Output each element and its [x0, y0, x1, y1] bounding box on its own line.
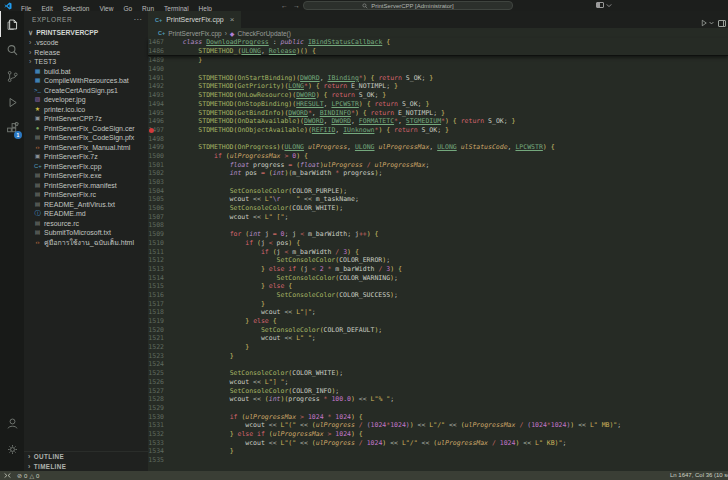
- file-item[interactable]: ▤SubmitToMicrosoft.txt: [24, 228, 148, 238]
- line-number[interactable]: 1517: [148, 300, 167, 309]
- layout-controls[interactable]: [596, 2, 612, 8]
- line-number[interactable]: 1531: [148, 421, 167, 430]
- line-number[interactable]: 1499: [148, 143, 167, 152]
- section-outline[interactable]: ›OUTLINE: [24, 452, 148, 462]
- file-item[interactable]: ★printer.ico.ico: [24, 105, 148, 115]
- command-center-search[interactable]: PrintServerCPP [Administrator]: [303, 1, 513, 10]
- line-number[interactable]: 1515: [148, 282, 167, 291]
- line-number[interactable]: 1529: [148, 404, 167, 413]
- line-number[interactable]: 1506: [148, 204, 167, 213]
- activity-extensions[interactable]: 1: [0, 115, 24, 141]
- line-number[interactable]: 1524: [148, 360, 167, 369]
- file-item[interactable]: >_CreateCertAndSign.ps1: [24, 86, 148, 96]
- file-item[interactable]: ▤PrintServerFix.exe: [24, 171, 148, 181]
- explorer-actions-icon[interactable]: ⋯: [133, 15, 142, 24]
- line-number[interactable]: 1514: [148, 274, 167, 283]
- line-number[interactable]: 1518: [148, 308, 167, 317]
- file-item[interactable]: ▤PrintServerFix.manifest: [24, 181, 148, 191]
- line-number[interactable]: 1490: [148, 65, 167, 74]
- line-number[interactable]: 1509: [148, 230, 167, 239]
- file-item[interactable]: ⓘREADME.md: [24, 209, 148, 219]
- file-item[interactable]: ‹›PrintServerFix_Manual.html: [24, 143, 148, 153]
- file-item[interactable]: ▨developer.jpg: [24, 95, 148, 105]
- line-number[interactable]: 1486: [148, 47, 167, 56]
- line-number[interactable]: 1519: [148, 317, 167, 326]
- code-area[interactable]: 1489 }14901491 STDMETHOD(OnStartBinding)…: [148, 56, 728, 464]
- problems-indicator[interactable]: ⊘ 0 △ 0: [17, 472, 39, 479]
- line-number[interactable]: 1493: [148, 91, 167, 100]
- line-number[interactable]: 1467: [148, 38, 167, 47]
- split-editor-icon[interactable]: [718, 20, 726, 27]
- file-item[interactable]: ▤resource.rc: [24, 219, 148, 229]
- activity-source-control[interactable]: [0, 63, 24, 89]
- run-debug-button[interactable]: [700, 19, 714, 27]
- folder-item[interactable]: ›TEST3: [24, 57, 148, 67]
- line-number[interactable]: 1520: [148, 326, 167, 335]
- line-number[interactable]: 1494: [148, 100, 167, 109]
- line-number[interactable]: 1489: [148, 56, 167, 65]
- line-number[interactable]: 1532: [148, 430, 167, 439]
- file-item[interactable]: ▦CompileWithResources.bat: [24, 76, 148, 86]
- line-number[interactable]: 1508: [148, 221, 167, 230]
- line-number[interactable]: 1498: [148, 135, 167, 144]
- code-text: float progress = (float)ulProgress / ulP…: [167, 161, 429, 170]
- line-number[interactable]: 1502: [148, 169, 167, 178]
- line-number[interactable]: 1530: [148, 413, 167, 422]
- line-number[interactable]: 1533: [148, 439, 167, 448]
- line-number[interactable]: 1492: [148, 82, 167, 91]
- file-item[interactable]: C+PrintServerFix.cpp: [24, 162, 148, 172]
- close-icon[interactable]: ×: [230, 15, 235, 24]
- code-text: if (j < m_barWidth / 3) {: [167, 248, 359, 257]
- folder-item[interactable]: ›.vscode: [24, 38, 148, 48]
- line-number[interactable]: 1523: [148, 352, 167, 361]
- line-number[interactable]: 1512: [148, 256, 167, 265]
- remote-indicator[interactable]: [4, 472, 11, 479]
- section-timeline[interactable]: ›TIMELINE: [24, 462, 148, 472]
- line-number[interactable]: 1525: [148, 369, 167, 378]
- line-number[interactable]: 1511: [148, 248, 167, 257]
- account-button[interactable]: [0, 410, 24, 436]
- line-number[interactable]: 1503: [148, 178, 167, 187]
- file-item[interactable]: ▤README_AntiVirus.txt: [24, 200, 148, 210]
- file-item[interactable]: ▤PrintServerFix_CodeSign.pfx: [24, 133, 148, 143]
- line-number[interactable]: 1505: [148, 195, 167, 204]
- line-number[interactable]: 1504: [148, 187, 167, 196]
- activity-explorer[interactable]: [0, 11, 24, 37]
- line-number[interactable]: 1527: [148, 387, 167, 396]
- folder-item[interactable]: ›Release: [24, 48, 148, 58]
- file-item[interactable]: ‹›คู่มือการใช้งาน_ฉบับเต็ม.html: [24, 238, 148, 248]
- line-number[interactable]: 1521: [148, 334, 167, 343]
- line-number[interactable]: 1510: [148, 239, 167, 248]
- back-arrow-icon[interactable]: ←: [281, 2, 288, 9]
- line-number[interactable]: 1497: [148, 126, 167, 135]
- activity-search[interactable]: [0, 37, 24, 63]
- file-item[interactable]: ●PrintServerFix_CodeSign.cer: [24, 124, 148, 134]
- line-number[interactable]: 1513: [148, 265, 167, 274]
- file-item[interactable]: ▣PrintServerFix.7z: [24, 152, 148, 162]
- line-number[interactable]: 1535: [148, 456, 167, 465]
- activity-run-debug[interactable]: [0, 89, 24, 115]
- line-number[interactable]: 1500: [148, 152, 167, 161]
- cursor-position[interactable]: Ln 1647, Col 36 (10 selected): [670, 471, 728, 480]
- line-number[interactable]: 1501: [148, 161, 167, 170]
- line-number[interactable]: 1496: [148, 117, 167, 126]
- line-number[interactable]: 1516: [148, 291, 167, 300]
- line-number[interactable]: 1534: [148, 447, 167, 456]
- breakpoint-icon[interactable]: [149, 128, 154, 133]
- breadcrumb-symbol[interactable]: CheckForUpdate(): [237, 30, 290, 37]
- line-number[interactable]: 1522: [148, 343, 167, 352]
- line-number[interactable]: 1495: [148, 109, 167, 118]
- forward-arrow-icon[interactable]: →: [293, 2, 300, 9]
- workspace-root-folder[interactable]: ∨ PRINTSERVERCPP: [24, 27, 148, 38]
- settings-button[interactable]: [0, 436, 24, 462]
- line-number[interactable]: 1528: [148, 395, 167, 404]
- file-item[interactable]: ▣PrintServerCPP.7z: [24, 114, 148, 124]
- line-number[interactable]: 1507: [148, 213, 167, 222]
- line-number[interactable]: 1491: [148, 74, 167, 83]
- line-number[interactable]: 1526: [148, 378, 167, 387]
- file-item[interactable]: ▦build.bat: [24, 67, 148, 77]
- breadcrumb-file[interactable]: PrintServerFix.cpp: [168, 30, 221, 37]
- chevron-right-icon: ›: [29, 49, 31, 56]
- file-item[interactable]: ▤PrintServerFix.rc: [24, 190, 148, 200]
- tab-printserverfix-cpp[interactable]: C+ PrintServerFix.cpp ×: [148, 11, 241, 28]
